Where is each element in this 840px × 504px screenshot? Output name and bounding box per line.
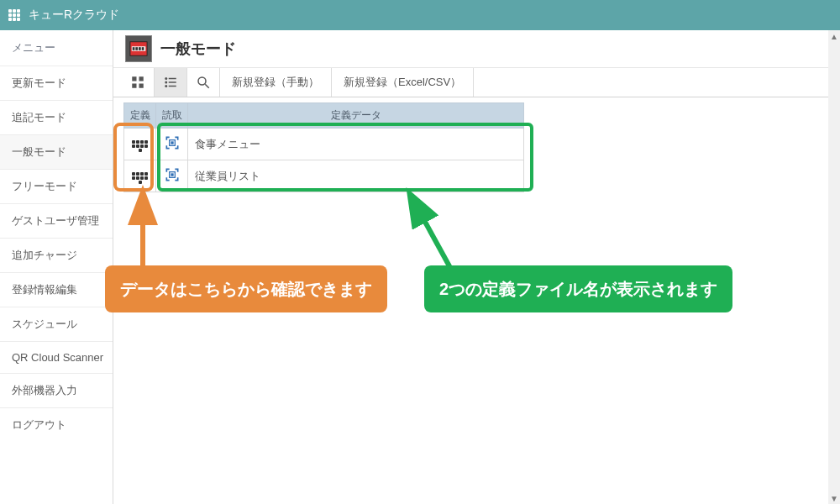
svg-rect-7 [139, 76, 144, 81]
callout-green: 2つの定義ファイル名が表示されます [424, 265, 732, 312]
col-header-read[interactable]: 読取 [156, 103, 188, 129]
table-row: 食事メニュー [124, 129, 524, 160]
sidebar-item[interactable]: スケジュール [0, 307, 113, 341]
sidebar-item-label: フリーモード [12, 180, 77, 192]
sidebar-item[interactable]: 追加チャージ [0, 238, 113, 272]
sidebar-item-label: ログアウト [12, 418, 66, 431]
sidebar-item[interactable]: 追記モード [0, 100, 113, 134]
sidebar-item[interactable]: ログアウト [0, 407, 113, 442]
svg-rect-6 [132, 76, 136, 81]
sidebar-item-label: ゲストユーザ管理 [12, 214, 99, 227]
table-row: 従業員リスト [124, 160, 524, 192]
sidebar-item-label: QR Cloud Scanner [12, 351, 103, 364]
svg-rect-8 [132, 84, 136, 88]
sidebar-item[interactable]: 更新モード [0, 66, 113, 100]
svg-point-16 [198, 77, 206, 85]
col-header-data[interactable]: 定義データ [188, 103, 524, 129]
new-excel-button[interactable]: 新規登録（Excel/CSV） [332, 68, 474, 97]
svg-rect-5 [142, 47, 144, 50]
sidebar-item[interactable]: ゲストユーザ管理 [0, 203, 113, 238]
sidebar-item-label: 追加チャージ [12, 249, 77, 261]
svg-rect-11 [169, 78, 176, 80]
scroll-up-icon[interactable]: ▲ [828, 30, 840, 42]
read-icon-cell[interactable] [156, 160, 188, 192]
sidebar-item-label: 更新モード [12, 76, 66, 89]
view-grid-button[interactable] [122, 68, 155, 97]
new-manual-button[interactable]: 新規登録（手動） [220, 68, 332, 97]
search-icon [196, 75, 211, 90]
title-bar: 一般モード [113, 30, 840, 68]
sidebar-item-label: 追記モード [12, 111, 66, 123]
svg-line-23 [416, 205, 454, 274]
svg-line-17 [205, 84, 209, 88]
sidebar-item-label: スケジュール [12, 318, 77, 330]
read-icon-cell[interactable] [156, 129, 188, 160]
qr-scan-icon [164, 166, 181, 183]
sidebar-item-label: 一般モード [12, 145, 66, 158]
mode-logo-icon [125, 35, 152, 62]
svg-rect-13 [169, 81, 176, 83]
app-title: キューRクラウド [29, 8, 119, 23]
col-header-definition[interactable]: 定義 [124, 103, 156, 129]
definition-icon-cell[interactable] [124, 160, 156, 192]
app-header: キューRクラウド [0, 0, 840, 30]
list-icon [163, 75, 178, 90]
svg-rect-15 [169, 86, 176, 87]
search-button[interactable] [187, 68, 220, 97]
sidebar-item[interactable]: 登録情報編集 [0, 272, 113, 307]
svg-rect-2 [133, 47, 135, 50]
svg-rect-21 [171, 173, 173, 176]
definition-table: 定義 読取 定義データ 食事メニュー従業員リスト [123, 102, 524, 192]
definition-icon-cell[interactable] [124, 129, 156, 160]
svg-point-12 [165, 81, 167, 84]
view-list-button[interactable] [155, 68, 187, 97]
nine-dots-icon [132, 170, 149, 186]
definition-data-cell[interactable]: 従業員リスト [188, 160, 524, 192]
apps-grid-icon [7, 8, 22, 23]
callout-orange: データはこちらから確認できます [105, 265, 387, 312]
page-title: 一般モード [160, 39, 236, 59]
sidebar-title: メニュー [0, 30, 113, 66]
sidebar: メニュー 更新モード追記モード一般モードフリーモードゲストユーザ管理追加チャージ… [0, 30, 113, 504]
sidebar-item[interactable]: QR Cloud Scanner [0, 341, 113, 373]
nine-dots-icon [132, 138, 149, 155]
svg-point-10 [165, 77, 167, 80]
svg-point-14 [165, 85, 167, 87]
toolbar: 新規登録（手動） 新規登録（Excel/CSV） [113, 68, 840, 97]
vertical-scrollbar[interactable]: ▲ ▼ [828, 30, 840, 504]
sidebar-item-label: 登録情報編集 [12, 283, 77, 296]
qr-scan-icon [164, 134, 181, 151]
sidebar-item-label: 外部機器入力 [12, 384, 77, 396]
svg-rect-19 [171, 141, 173, 144]
svg-rect-4 [139, 47, 141, 50]
definition-data-cell[interactable]: 食事メニュー [188, 129, 524, 160]
sidebar-item[interactable]: 一般モード [0, 134, 113, 169]
grid-icon [130, 75, 145, 90]
sidebar-item[interactable]: フリーモード [0, 169, 113, 203]
scroll-down-icon[interactable]: ▼ [828, 492, 840, 504]
svg-rect-9 [139, 84, 144, 88]
sidebar-item[interactable]: 外部機器入力 [0, 373, 113, 407]
main-content: 一般モード 新規登録（手動） 新規登録（Excel/CSV） [113, 30, 840, 504]
svg-rect-3 [135, 47, 138, 50]
